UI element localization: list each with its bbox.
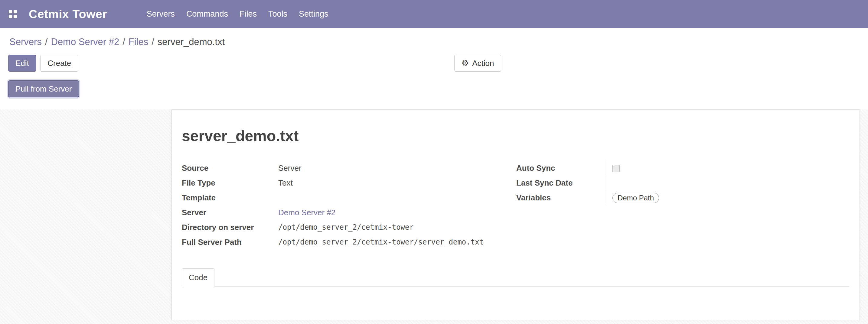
pull-from-server-button[interactable]: Pull from Server	[8, 80, 79, 97]
record-title: server_demo.txt	[182, 127, 849, 145]
field-label: Last Sync Date	[516, 176, 607, 190]
field-row-source: Source Server	[182, 161, 516, 176]
field-row-file-type: File Type Text	[182, 176, 516, 191]
breadcrumb-separator: /	[152, 37, 154, 47]
menu-item-tools[interactable]: Tools	[262, 0, 293, 28]
field-value-cell: Demo Path	[607, 191, 849, 205]
field-label: Variables	[516, 191, 607, 204]
breadcrumb-current: server_demo.txt	[158, 37, 225, 47]
field-label: File Type	[182, 176, 278, 190]
field-row-last-sync: Last Sync Date	[516, 176, 849, 191]
breadcrumb-separator: /	[123, 37, 125, 47]
breadcrumb-link-servers[interactable]: Servers	[9, 37, 42, 47]
menu-item-settings[interactable]: Settings	[293, 0, 334, 28]
field-groups: Source Server File Type Text Template Se…	[182, 161, 849, 250]
gear-icon: ⚙	[462, 59, 469, 67]
menu-item-servers[interactable]: Servers	[141, 0, 181, 28]
breadcrumb-link-files[interactable]: Files	[128, 37, 148, 47]
field-value-cell	[607, 176, 849, 190]
field-row-full-path: Full Server Path /opt/demo_server_2/cetm…	[182, 235, 516, 250]
field-row-template: Template	[182, 191, 516, 206]
button-row: Edit Create ⚙ Action	[0, 55, 868, 72]
object-buttons-row: Pull from Server	[0, 80, 868, 98]
notebook-tabs: Code	[182, 268, 849, 287]
tab-code[interactable]: Code	[182, 268, 214, 287]
menu-item-commands[interactable]: Commands	[181, 0, 234, 28]
field-label: Auto Sync	[516, 161, 607, 175]
top-navbar: Cetmix Tower Servers Commands Files Tool…	[0, 0, 868, 28]
breadcrumb: Servers/Demo Server #2/Files/server_demo…	[9, 36, 868, 48]
field-value: Text	[278, 176, 293, 190]
main-menu: Servers Commands Files Tools Settings	[141, 0, 334, 28]
field-row-server: Server Demo Server #2	[182, 206, 516, 221]
field-value-cell	[607, 161, 849, 175]
action-menu-button[interactable]: ⚙ Action	[454, 55, 501, 72]
app-brand-title: Cetmix Tower	[29, 7, 107, 21]
form-sheet: server_demo.txt Source Server File Type …	[172, 109, 860, 320]
field-value: /opt/demo_server_2/cetmix-tower/server_d…	[278, 235, 484, 249]
field-label: Server	[182, 206, 278, 219]
field-value: Server	[278, 161, 302, 175]
form-view-background: server_demo.txt Source Server File Type …	[0, 109, 868, 324]
field-label: Directory on server	[182, 221, 278, 234]
field-row-variables: Variables Demo Path	[516, 191, 849, 206]
breadcrumb-link-demo-server[interactable]: Demo Server #2	[51, 37, 119, 47]
breadcrumb-separator: /	[45, 37, 48, 47]
tab-content-code	[182, 287, 849, 320]
server-record-link[interactable]: Demo Server #2	[278, 206, 335, 219]
field-value: /opt/demo_server_2/cetmix-tower	[278, 221, 414, 234]
menu-item-files[interactable]: Files	[234, 0, 262, 28]
apps-menu-icon[interactable]	[9, 10, 17, 19]
field-row-auto-sync: Auto Sync	[516, 161, 849, 176]
edit-button[interactable]: Edit	[8, 55, 36, 72]
left-field-group: Source Server File Type Text Template Se…	[182, 161, 516, 250]
field-row-directory: Directory on server /opt/demo_server_2/c…	[182, 221, 516, 235]
field-label: Template	[182, 191, 278, 204]
auto-sync-checkbox[interactable]	[613, 165, 620, 172]
control-panel: Servers/Demo Server #2/Files/server_demo…	[0, 36, 868, 100]
field-label: Source	[182, 161, 278, 175]
field-label: Full Server Path	[182, 235, 278, 249]
action-menu-label: Action	[472, 59, 494, 68]
create-button[interactable]: Create	[40, 55, 78, 72]
right-field-group: Auto Sync Last Sync Date Variables Demo …	[516, 161, 849, 250]
variables-tag: Demo Path	[613, 193, 659, 203]
